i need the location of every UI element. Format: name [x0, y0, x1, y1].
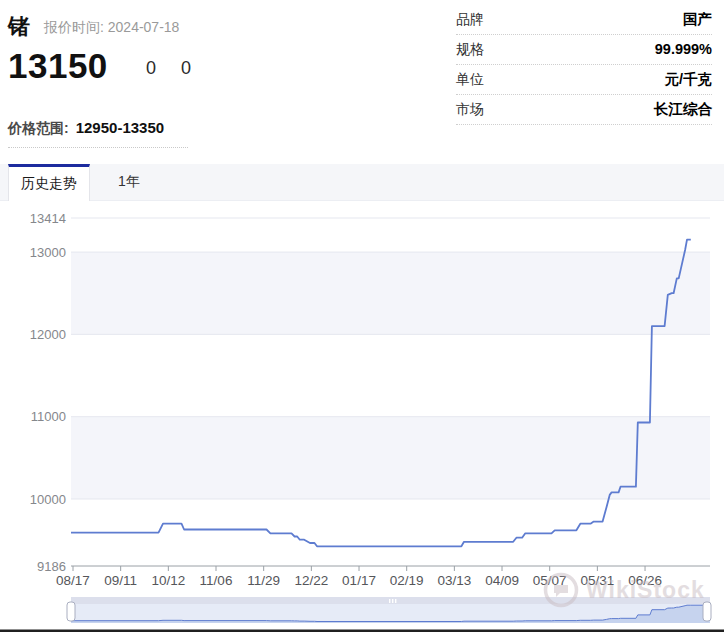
- y-axis-label: 13000: [30, 245, 66, 260]
- table-row: 品牌 国产: [456, 5, 712, 35]
- slider-right-handle[interactable]: [703, 602, 711, 621]
- x-axis-label: 12/22: [294, 573, 328, 588]
- header-divider: [8, 147, 188, 148]
- price-change: 0: [146, 58, 156, 79]
- x-axis-label: 04/09: [485, 573, 519, 588]
- x-axis-label: 09/11: [104, 573, 137, 588]
- x-axis-label: 11/29: [247, 573, 280, 588]
- bottom-rule: [0, 630, 724, 633]
- plot-band: [71, 417, 710, 499]
- x-axis-label: 11/06: [200, 573, 233, 588]
- tab-history-trend[interactable]: 历史走势: [8, 164, 90, 201]
- current-price: 13150: [8, 46, 108, 86]
- y-axis-label: 9186: [37, 559, 66, 574]
- plot-band: [71, 252, 710, 334]
- y-axis-label: 12000: [30, 327, 66, 342]
- x-axis-label: 08/17: [56, 573, 90, 588]
- quote-info-table: 品牌 国产 规格 99.999% 单位 元/千克 市场 长江综合: [456, 5, 712, 125]
- x-axis-label: 06/26: [628, 573, 662, 588]
- row-label: 规格: [456, 35, 484, 64]
- x-axis-label: 02/19: [390, 573, 424, 588]
- price-range: 价格范围:12950-13350: [8, 119, 164, 138]
- x-axis-label: 10/12: [151, 573, 185, 588]
- quote-time: 报价时间: 2024-07-18: [44, 19, 179, 37]
- row-value: 99.999%: [655, 35, 712, 64]
- table-row: 市场 长江综合: [456, 95, 712, 125]
- x-axis-label: 05/31: [580, 573, 614, 588]
- row-value: 元/千克: [664, 65, 712, 94]
- price-range-value: 12950-13350: [76, 119, 164, 136]
- slider-top-strip[interactable]: [71, 597, 710, 604]
- row-label: 品牌: [456, 5, 484, 34]
- table-row: 单位 元/千克: [456, 65, 712, 95]
- page-title: 锗: [8, 12, 30, 42]
- plot-bands: [71, 252, 710, 499]
- y-axis-label: 13414: [30, 211, 66, 226]
- table-row: 规格 99.999%: [456, 35, 712, 65]
- tab-bar: 历史走势 1年: [0, 164, 724, 201]
- data-zoom-slider[interactable]: [67, 597, 711, 623]
- row-label: 市场: [456, 95, 484, 124]
- y-axis-label: 10000: [30, 492, 66, 507]
- y-axis-labels: 13414130001200011000100009186: [30, 211, 66, 574]
- x-axis: 08/1709/1110/1211/0611/2912/2201/1702/19…: [56, 566, 662, 588]
- quote-page: 锗 报价时间: 2024-07-18 13150 0 0 价格范围:12950-…: [0, 0, 724, 636]
- slider-left-handle[interactable]: [67, 602, 75, 621]
- row-label: 单位: [456, 65, 484, 94]
- row-value: 长江综合: [654, 95, 712, 124]
- x-axis-label: 05/07: [533, 573, 567, 588]
- price-change-percent: 0: [181, 58, 191, 79]
- price-history-chart[interactable]: 08/1709/1110/1211/0611/2912/2201/1702/19…: [0, 200, 724, 636]
- x-axis-label: 01/17: [342, 573, 376, 588]
- row-value: 国产: [683, 5, 712, 34]
- price-range-label: 价格范围:: [8, 120, 69, 136]
- y-axis-label: 11000: [31, 409, 66, 424]
- tab-1-year[interactable]: 1年: [90, 164, 168, 200]
- x-axis-label: 03/13: [437, 573, 471, 588]
- slider-grip-icon[interactable]: [392, 599, 393, 603]
- slider-grip-icon[interactable]: [395, 599, 396, 603]
- slider-grip-icon[interactable]: [389, 599, 390, 603]
